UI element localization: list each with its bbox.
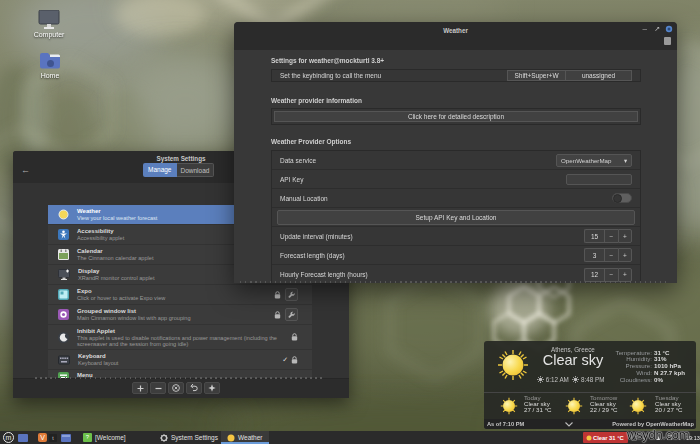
svg-text:m: m	[6, 434, 12, 441]
